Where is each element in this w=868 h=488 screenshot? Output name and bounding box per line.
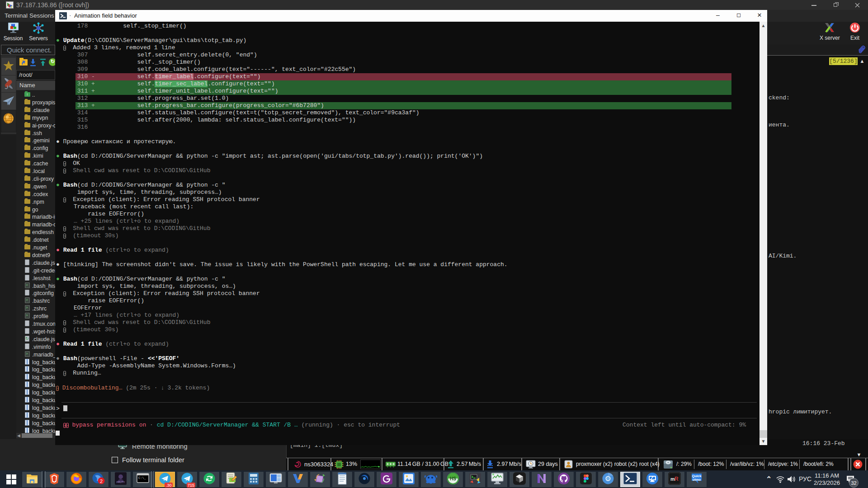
svg-text:HS: HS bbox=[450, 476, 456, 481]
svg-text:R: R bbox=[675, 476, 679, 482]
svg-text:utmo: utmo bbox=[693, 478, 701, 482]
svg-text:FRUTY: FRUTY bbox=[117, 481, 125, 483]
svg-text:2: 2 bbox=[100, 479, 103, 484]
svg-text:C:\_: C:\_ bbox=[138, 476, 146, 480]
